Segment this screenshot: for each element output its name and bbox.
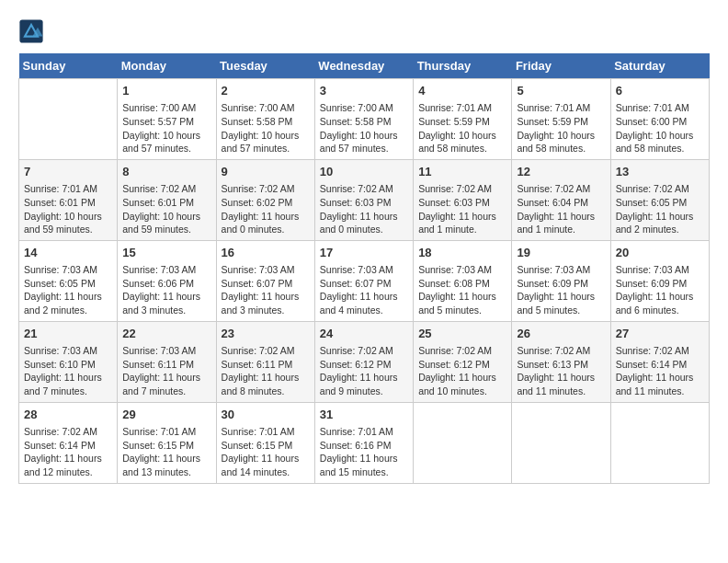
col-header-sunday: Sunday bbox=[19, 53, 118, 79]
calendar-cell bbox=[19, 79, 118, 160]
calendar-cell: 22Sunrise: 7:03 AMSunset: 6:11 PMDayligh… bbox=[118, 321, 216, 402]
day-number: 20 bbox=[616, 245, 704, 261]
day-number: 1 bbox=[122, 83, 210, 99]
calendar-cell: 5Sunrise: 7:01 AMSunset: 5:59 PMDaylight… bbox=[512, 79, 610, 160]
day-number: 24 bbox=[320, 326, 408, 342]
day-number: 3 bbox=[320, 83, 408, 99]
day-number: 12 bbox=[517, 164, 605, 180]
col-header-thursday: Thursday bbox=[414, 53, 512, 79]
calendar-cell: 29Sunrise: 7:01 AMSunset: 6:15 PMDayligh… bbox=[118, 402, 216, 483]
cell-content: Sunrise: 7:01 AMSunset: 6:16 PMDaylight:… bbox=[320, 425, 408, 479]
calendar-cell: 28Sunrise: 7:02 AMSunset: 6:14 PMDayligh… bbox=[19, 402, 118, 483]
col-header-friday: Friday bbox=[512, 53, 610, 79]
day-number: 9 bbox=[222, 164, 310, 180]
calendar-cell: 6Sunrise: 7:01 AMSunset: 6:00 PMDaylight… bbox=[610, 79, 709, 160]
cell-content: Sunrise: 7:00 AMSunset: 5:58 PMDaylight:… bbox=[222, 101, 310, 155]
cell-content: Sunrise: 7:01 AMSunset: 5:59 PMDaylight:… bbox=[517, 101, 605, 155]
day-number: 25 bbox=[418, 326, 506, 342]
day-number: 2 bbox=[222, 83, 310, 99]
day-number: 23 bbox=[222, 326, 310, 342]
day-number: 28 bbox=[24, 407, 112, 423]
day-number: 15 bbox=[122, 245, 210, 261]
day-number: 8 bbox=[122, 164, 210, 180]
col-header-monday: Monday bbox=[118, 53, 216, 79]
cell-content: Sunrise: 7:03 AMSunset: 6:09 PMDaylight:… bbox=[517, 263, 605, 317]
cell-content: Sunrise: 7:02 AMSunset: 6:12 PMDaylight:… bbox=[320, 344, 408, 398]
day-number: 5 bbox=[517, 83, 605, 99]
cell-content: Sunrise: 7:03 AMSunset: 6:07 PMDaylight:… bbox=[320, 263, 408, 317]
calendar-cell: 25Sunrise: 7:02 AMSunset: 6:12 PMDayligh… bbox=[414, 321, 512, 402]
page-header bbox=[18, 18, 710, 44]
day-number: 11 bbox=[418, 164, 506, 180]
cell-content: Sunrise: 7:03 AMSunset: 6:07 PMDaylight:… bbox=[222, 263, 310, 317]
calendar-cell: 27Sunrise: 7:02 AMSunset: 6:14 PMDayligh… bbox=[610, 321, 709, 402]
calendar-cell: 17Sunrise: 7:03 AMSunset: 6:07 PMDayligh… bbox=[314, 240, 413, 321]
cell-content: Sunrise: 7:02 AMSunset: 6:03 PMDaylight:… bbox=[320, 182, 408, 236]
calendar-cell: 13Sunrise: 7:02 AMSunset: 6:05 PMDayligh… bbox=[610, 159, 709, 240]
calendar-cell: 10Sunrise: 7:02 AMSunset: 6:03 PMDayligh… bbox=[314, 159, 413, 240]
logo bbox=[18, 18, 48, 44]
calendar-cell: 20Sunrise: 7:03 AMSunset: 6:09 PMDayligh… bbox=[610, 240, 709, 321]
day-number: 29 bbox=[122, 407, 210, 423]
calendar-cell bbox=[414, 402, 512, 483]
cell-content: Sunrise: 7:03 AMSunset: 6:10 PMDaylight:… bbox=[24, 344, 112, 398]
calendar-cell: 24Sunrise: 7:02 AMSunset: 6:12 PMDayligh… bbox=[314, 321, 413, 402]
calendar-cell: 9Sunrise: 7:02 AMSunset: 6:02 PMDaylight… bbox=[216, 159, 314, 240]
cell-content: Sunrise: 7:03 AMSunset: 6:06 PMDaylight:… bbox=[122, 263, 210, 317]
day-number: 10 bbox=[320, 164, 408, 180]
day-number: 26 bbox=[517, 326, 605, 342]
calendar-cell: 14Sunrise: 7:03 AMSunset: 6:05 PMDayligh… bbox=[19, 240, 118, 321]
week-row-3: 14Sunrise: 7:03 AMSunset: 6:05 PMDayligh… bbox=[19, 240, 710, 321]
cell-content: Sunrise: 7:01 AMSunset: 5:59 PMDaylight:… bbox=[418, 101, 506, 155]
calendar-table: SundayMondayTuesdayWednesdayThursdayFrid… bbox=[18, 53, 710, 484]
col-header-tuesday: Tuesday bbox=[216, 53, 314, 79]
day-number: 27 bbox=[616, 326, 704, 342]
calendar-cell: 30Sunrise: 7:01 AMSunset: 6:15 PMDayligh… bbox=[216, 402, 314, 483]
cell-content: Sunrise: 7:02 AMSunset: 6:05 PMDaylight:… bbox=[616, 182, 704, 236]
calendar-cell: 23Sunrise: 7:02 AMSunset: 6:11 PMDayligh… bbox=[216, 321, 314, 402]
cell-content: Sunrise: 7:03 AMSunset: 6:11 PMDaylight:… bbox=[122, 344, 210, 398]
cell-content: Sunrise: 7:01 AMSunset: 6:15 PMDaylight:… bbox=[222, 425, 310, 479]
calendar-cell: 31Sunrise: 7:01 AMSunset: 6:16 PMDayligh… bbox=[314, 402, 413, 483]
calendar-cell: 19Sunrise: 7:03 AMSunset: 6:09 PMDayligh… bbox=[512, 240, 610, 321]
col-header-wednesday: Wednesday bbox=[314, 53, 413, 79]
calendar-cell: 7Sunrise: 7:01 AMSunset: 6:01 PMDaylight… bbox=[19, 159, 118, 240]
cell-content: Sunrise: 7:02 AMSunset: 6:14 PMDaylight:… bbox=[616, 344, 704, 398]
calendar-cell: 11Sunrise: 7:02 AMSunset: 6:03 PMDayligh… bbox=[414, 159, 512, 240]
day-number: 31 bbox=[320, 407, 408, 423]
calendar-cell: 15Sunrise: 7:03 AMSunset: 6:06 PMDayligh… bbox=[118, 240, 216, 321]
cell-content: Sunrise: 7:03 AMSunset: 6:09 PMDaylight:… bbox=[616, 263, 704, 317]
calendar-cell bbox=[512, 402, 610, 483]
cell-content: Sunrise: 7:02 AMSunset: 6:01 PMDaylight:… bbox=[122, 182, 210, 236]
day-number: 30 bbox=[222, 407, 310, 423]
calendar-cell bbox=[610, 402, 709, 483]
day-number: 16 bbox=[222, 245, 310, 261]
calendar-cell: 1Sunrise: 7:00 AMSunset: 5:57 PMDaylight… bbox=[118, 79, 216, 160]
cell-content: Sunrise: 7:01 AMSunset: 6:15 PMDaylight:… bbox=[122, 425, 210, 479]
col-header-saturday: Saturday bbox=[610, 53, 709, 79]
cell-content: Sunrise: 7:02 AMSunset: 6:12 PMDaylight:… bbox=[418, 344, 506, 398]
week-row-2: 7Sunrise: 7:01 AMSunset: 6:01 PMDaylight… bbox=[19, 159, 710, 240]
day-number: 19 bbox=[517, 245, 605, 261]
calendar-cell: 18Sunrise: 7:03 AMSunset: 6:08 PMDayligh… bbox=[414, 240, 512, 321]
day-number: 7 bbox=[24, 164, 112, 180]
cell-content: Sunrise: 7:01 AMSunset: 6:00 PMDaylight:… bbox=[616, 101, 704, 155]
calendar-cell: 21Sunrise: 7:03 AMSunset: 6:10 PMDayligh… bbox=[19, 321, 118, 402]
cell-content: Sunrise: 7:02 AMSunset: 6:03 PMDaylight:… bbox=[418, 182, 506, 236]
cell-content: Sunrise: 7:02 AMSunset: 6:04 PMDaylight:… bbox=[517, 182, 605, 236]
cell-content: Sunrise: 7:01 AMSunset: 6:01 PMDaylight:… bbox=[24, 182, 112, 236]
cell-content: Sunrise: 7:00 AMSunset: 5:58 PMDaylight:… bbox=[320, 101, 408, 155]
calendar-cell: 8Sunrise: 7:02 AMSunset: 6:01 PMDaylight… bbox=[118, 159, 216, 240]
calendar-cell: 16Sunrise: 7:03 AMSunset: 6:07 PMDayligh… bbox=[216, 240, 314, 321]
calendar-cell: 26Sunrise: 7:02 AMSunset: 6:13 PMDayligh… bbox=[512, 321, 610, 402]
cell-content: Sunrise: 7:00 AMSunset: 5:57 PMDaylight:… bbox=[122, 101, 210, 155]
day-number: 14 bbox=[24, 245, 112, 261]
day-number: 13 bbox=[616, 164, 704, 180]
calendar-cell: 2Sunrise: 7:00 AMSunset: 5:58 PMDaylight… bbox=[216, 79, 314, 160]
cell-content: Sunrise: 7:02 AMSunset: 6:13 PMDaylight:… bbox=[517, 344, 605, 398]
cell-content: Sunrise: 7:03 AMSunset: 6:08 PMDaylight:… bbox=[418, 263, 506, 317]
week-row-4: 21Sunrise: 7:03 AMSunset: 6:10 PMDayligh… bbox=[19, 321, 710, 402]
day-number: 18 bbox=[418, 245, 506, 261]
day-number: 17 bbox=[320, 245, 408, 261]
calendar-cell: 3Sunrise: 7:00 AMSunset: 5:58 PMDaylight… bbox=[314, 79, 413, 160]
